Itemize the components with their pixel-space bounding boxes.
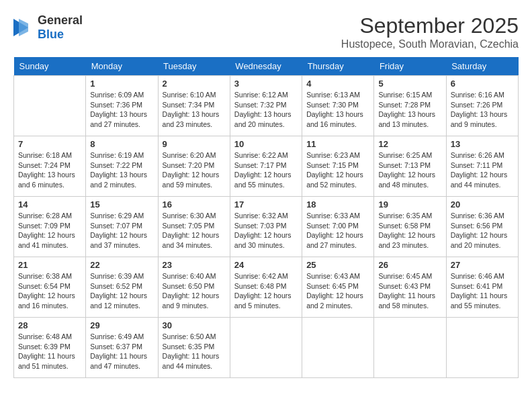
day-info: Sunrise: 6:38 AMSunset: 6:54 PMDaylight:… xyxy=(18,271,81,311)
week-row-5: 28Sunrise: 6:48 AMSunset: 6:39 PMDayligh… xyxy=(14,318,519,378)
day-cell-16: 16Sunrise: 6:30 AMSunset: 7:05 PMDayligh… xyxy=(158,197,230,257)
day-number: 28 xyxy=(18,320,81,330)
day-info: Sunrise: 6:30 AMSunset: 7:05 PMDaylight:… xyxy=(163,211,226,250)
day-number: 26 xyxy=(378,260,441,270)
calendar-header-row: SundayMondayTuesdayWednesdayThursdayFrid… xyxy=(14,57,519,76)
day-number: 3 xyxy=(234,79,298,89)
svg-marker-1 xyxy=(19,19,28,36)
day-info: Sunrise: 6:45 AMSunset: 6:43 PMDaylight:… xyxy=(378,271,441,311)
day-info: Sunrise: 6:49 AMSunset: 6:37 PMDaylight:… xyxy=(90,332,153,371)
week-row-4: 21Sunrise: 6:38 AMSunset: 6:54 PMDayligh… xyxy=(14,257,519,318)
day-info: Sunrise: 6:29 AMSunset: 7:07 PMDaylight:… xyxy=(90,211,153,250)
day-info: Sunrise: 6:26 AMSunset: 7:11 PMDaylight:… xyxy=(451,150,514,190)
day-cell-5: 5Sunrise: 6:15 AMSunset: 7:28 PMDaylight… xyxy=(374,76,446,136)
day-info: Sunrise: 6:19 AMSunset: 7:22 PMDaylight:… xyxy=(90,150,153,190)
day-number: 29 xyxy=(90,320,153,330)
day-cell-29: 29Sunrise: 6:49 AMSunset: 6:37 PMDayligh… xyxy=(86,318,158,378)
logo: General Blue xyxy=(13,13,83,42)
day-cell-6: 6Sunrise: 6:16 AMSunset: 7:26 PMDaylight… xyxy=(446,76,518,136)
day-cell-7: 7Sunrise: 6:18 AMSunset: 7:24 PMDaylight… xyxy=(14,136,86,197)
day-number: 12 xyxy=(378,139,441,149)
day-cell-14: 14Sunrise: 6:28 AMSunset: 7:09 PMDayligh… xyxy=(14,197,86,257)
day-number: 17 xyxy=(234,199,298,210)
day-info: Sunrise: 6:23 AMSunset: 7:15 PMDaylight:… xyxy=(306,150,369,190)
day-info: Sunrise: 6:42 AMSunset: 6:48 PMDaylight:… xyxy=(234,271,298,311)
day-cell-23: 23Sunrise: 6:40 AMSunset: 6:50 PMDayligh… xyxy=(158,257,230,318)
day-info: Sunrise: 6:48 AMSunset: 6:39 PMDaylight:… xyxy=(18,332,81,371)
day-number: 23 xyxy=(163,260,226,270)
location: Hustopece, South Moravian, Czechia xyxy=(341,38,519,50)
day-info: Sunrise: 6:09 AMSunset: 7:36 PMDaylight:… xyxy=(90,90,153,130)
day-cell-27: 27Sunrise: 6:46 AMSunset: 6:41 PMDayligh… xyxy=(446,257,518,318)
day-number: 25 xyxy=(306,260,369,270)
empty-cell xyxy=(230,318,302,378)
day-cell-20: 20Sunrise: 6:36 AMSunset: 6:56 PMDayligh… xyxy=(446,197,518,257)
week-row-3: 14Sunrise: 6:28 AMSunset: 7:09 PMDayligh… xyxy=(14,197,519,257)
day-number: 6 xyxy=(451,79,514,89)
page-header: General Blue September 2025 Hustopece, S… xyxy=(13,13,519,50)
day-cell-19: 19Sunrise: 6:35 AMSunset: 6:58 PMDayligh… xyxy=(374,197,446,257)
weekday-header-sunday: Sunday xyxy=(14,57,86,76)
day-cell-28: 28Sunrise: 6:48 AMSunset: 6:39 PMDayligh… xyxy=(14,318,86,378)
empty-cell xyxy=(374,318,446,378)
day-number: 24 xyxy=(234,260,298,270)
day-number: 22 xyxy=(90,260,153,270)
week-row-2: 7Sunrise: 6:18 AMSunset: 7:24 PMDaylight… xyxy=(14,136,519,197)
day-info: Sunrise: 6:13 AMSunset: 7:30 PMDaylight:… xyxy=(306,90,369,130)
logo-text: General Blue xyxy=(38,13,83,42)
day-info: Sunrise: 6:28 AMSunset: 7:09 PMDaylight:… xyxy=(18,211,81,250)
day-info: Sunrise: 6:36 AMSunset: 6:56 PMDaylight:… xyxy=(451,211,514,250)
day-number: 4 xyxy=(306,79,369,89)
day-cell-10: 10Sunrise: 6:22 AMSunset: 7:17 PMDayligh… xyxy=(230,136,302,197)
day-info: Sunrise: 6:15 AMSunset: 7:28 PMDaylight:… xyxy=(378,90,441,130)
month-title: September 2025 xyxy=(341,13,519,38)
weekday-header-tuesday: Tuesday xyxy=(158,57,230,76)
day-number: 2 xyxy=(163,79,226,89)
day-cell-11: 11Sunrise: 6:23 AMSunset: 7:15 PMDayligh… xyxy=(302,136,374,197)
day-number: 19 xyxy=(378,199,441,210)
day-number: 8 xyxy=(90,139,153,149)
day-info: Sunrise: 6:18 AMSunset: 7:24 PMDaylight:… xyxy=(18,150,81,190)
day-cell-21: 21Sunrise: 6:38 AMSunset: 6:54 PMDayligh… xyxy=(14,257,86,318)
day-number: 21 xyxy=(18,260,81,270)
day-cell-24: 24Sunrise: 6:42 AMSunset: 6:48 PMDayligh… xyxy=(230,257,302,318)
day-number: 27 xyxy=(451,260,514,270)
logo-wrapper: General Blue xyxy=(13,13,83,42)
day-number: 16 xyxy=(163,199,226,210)
day-info: Sunrise: 6:33 AMSunset: 7:00 PMDaylight:… xyxy=(306,211,369,250)
day-number: 10 xyxy=(234,139,298,149)
day-number: 11 xyxy=(306,139,369,149)
day-number: 13 xyxy=(451,139,514,149)
day-cell-22: 22Sunrise: 6:39 AMSunset: 6:52 PMDayligh… xyxy=(86,257,158,318)
logo-general: General xyxy=(38,13,83,28)
day-cell-30: 30Sunrise: 6:50 AMSunset: 6:35 PMDayligh… xyxy=(158,318,230,378)
weekday-header-thursday: Thursday xyxy=(302,57,374,76)
day-cell-4: 4Sunrise: 6:13 AMSunset: 7:30 PMDaylight… xyxy=(302,76,374,136)
day-cell-8: 8Sunrise: 6:19 AMSunset: 7:22 PMDaylight… xyxy=(86,136,158,197)
day-number: 14 xyxy=(18,199,81,210)
day-number: 18 xyxy=(306,199,369,210)
day-info: Sunrise: 6:10 AMSunset: 7:34 PMDaylight:… xyxy=(163,90,226,130)
day-cell-18: 18Sunrise: 6:33 AMSunset: 7:00 PMDayligh… xyxy=(302,197,374,257)
day-cell-3: 3Sunrise: 6:12 AMSunset: 7:32 PMDaylight… xyxy=(230,76,302,136)
weekday-header-friday: Friday xyxy=(374,57,446,76)
empty-cell xyxy=(446,318,518,378)
empty-cell xyxy=(14,76,86,136)
day-cell-13: 13Sunrise: 6:26 AMSunset: 7:11 PMDayligh… xyxy=(446,136,518,197)
title-block: September 2025 Hustopece, South Moravian… xyxy=(341,13,519,50)
day-info: Sunrise: 6:46 AMSunset: 6:41 PMDaylight:… xyxy=(451,271,514,311)
day-cell-1: 1Sunrise: 6:09 AMSunset: 7:36 PMDaylight… xyxy=(86,76,158,136)
day-info: Sunrise: 6:22 AMSunset: 7:17 PMDaylight:… xyxy=(234,150,298,190)
day-cell-25: 25Sunrise: 6:43 AMSunset: 6:45 PMDayligh… xyxy=(302,257,374,318)
weekday-header-saturday: Saturday xyxy=(446,57,518,76)
day-info: Sunrise: 6:35 AMSunset: 6:58 PMDaylight:… xyxy=(378,211,441,250)
day-info: Sunrise: 6:50 AMSunset: 6:35 PMDaylight:… xyxy=(163,332,226,371)
day-info: Sunrise: 6:43 AMSunset: 6:45 PMDaylight:… xyxy=(306,271,369,311)
weekday-header-wednesday: Wednesday xyxy=(230,57,302,76)
day-number: 5 xyxy=(378,79,441,89)
day-number: 1 xyxy=(90,79,153,89)
empty-cell xyxy=(302,318,374,378)
day-info: Sunrise: 6:20 AMSunset: 7:20 PMDaylight:… xyxy=(163,150,226,190)
day-info: Sunrise: 6:25 AMSunset: 7:13 PMDaylight:… xyxy=(378,150,441,190)
day-cell-17: 17Sunrise: 6:32 AMSunset: 7:03 PMDayligh… xyxy=(230,197,302,257)
